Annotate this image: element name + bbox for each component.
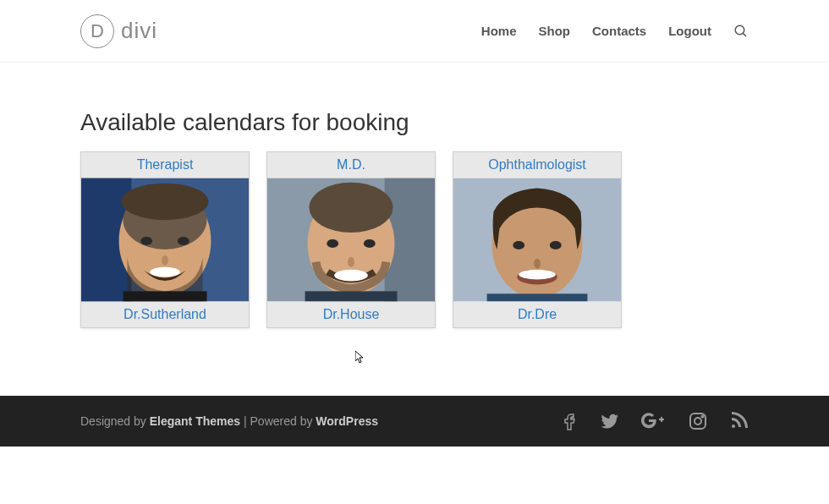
avatar — [267, 178, 435, 302]
nav-contacts[interactable]: Contacts — [592, 24, 646, 38]
card-name: Dr.Dre — [453, 302, 621, 327]
svg-point-9 — [162, 255, 168, 266]
card-image — [267, 178, 435, 302]
svg-point-24 — [550, 241, 562, 249]
card-role: M.D. — [267, 152, 435, 178]
svg-point-15 — [310, 183, 393, 233]
card-image — [453, 178, 621, 302]
logo-icon: D — [80, 14, 114, 48]
svg-point-25 — [534, 259, 541, 269]
svg-point-6 — [122, 184, 209, 221]
footer-wp-link[interactable]: WordPress — [316, 414, 378, 428]
svg-line-1 — [743, 33, 746, 36]
google-plus-icon[interactable] — [640, 411, 667, 431]
logo[interactable]: D divi — [80, 14, 157, 48]
svg-point-19 — [334, 270, 368, 282]
instagram-icon[interactable] — [688, 411, 708, 431]
header: D divi Home Shop Contacts Logout — [0, 0, 829, 63]
social-icons — [559, 411, 749, 431]
page-title: Available calendars for booking — [80, 109, 749, 136]
calendar-card[interactable]: Ophthalmologist Dr.Dre — [453, 151, 622, 328]
footer: Designed by Elegant Themes | Powered by … — [0, 396, 829, 446]
svg-point-10 — [150, 267, 180, 277]
card-name: Dr.Sutherland — [81, 302, 249, 327]
nav-home[interactable]: Home — [481, 24, 517, 38]
svg-point-7 — [140, 237, 152, 245]
svg-point-0 — [735, 25, 744, 35]
facebook-icon[interactable] — [559, 411, 579, 431]
footer-text: Designed by Elegant Themes | Powered by … — [80, 414, 378, 428]
svg-point-30 — [694, 418, 701, 425]
avatar — [81, 178, 249, 302]
card-name: Dr.House — [267, 302, 435, 327]
nav: Home Shop Contacts Logout — [481, 24, 749, 39]
nav-logout[interactable]: Logout — [668, 24, 711, 38]
svg-point-8 — [178, 237, 189, 245]
svg-point-16 — [327, 239, 338, 248]
footer-mid: | Powered by — [240, 414, 316, 428]
content: Available calendars for booking Therapis… — [0, 63, 829, 353]
footer-theme-link[interactable]: Elegant Themes — [150, 414, 240, 428]
card-role: Therapist — [81, 152, 249, 178]
avatar — [453, 178, 621, 302]
rss-icon[interactable] — [728, 411, 749, 431]
search-icon[interactable] — [733, 24, 749, 39]
svg-point-32 — [732, 425, 735, 428]
svg-point-18 — [348, 257, 354, 267]
footer-designed: Designed by — [80, 414, 150, 428]
cards-grid: Therapist Dr.Sutherland — [80, 151, 749, 328]
svg-point-17 — [364, 239, 376, 248]
twitter-icon[interactable] — [600, 411, 620, 431]
calendar-card[interactable]: M.D. Dr.House — [266, 151, 436, 328]
svg-point-23 — [513, 241, 524, 249]
calendar-card[interactable]: Therapist Dr.Sutherland — [80, 151, 250, 328]
svg-rect-11 — [124, 291, 207, 301]
svg-point-31 — [702, 416, 704, 418]
svg-rect-28 — [487, 293, 588, 301]
card-image — [81, 178, 249, 302]
svg-point-27 — [519, 270, 556, 280]
card-role: Ophthalmologist — [453, 152, 621, 178]
svg-rect-20 — [305, 291, 398, 301]
nav-shop[interactable]: Shop — [539, 24, 571, 38]
logo-text: divi — [121, 18, 157, 44]
